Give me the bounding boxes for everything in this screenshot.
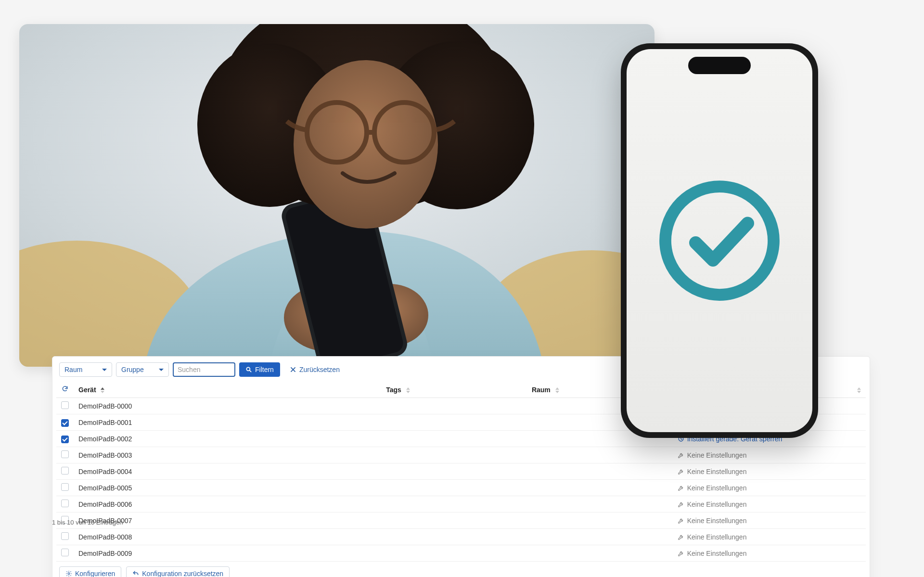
room-select[interactable]: Raum [59, 362, 112, 377]
cell-room [527, 480, 673, 496]
cell-tags [381, 463, 527, 480]
table-row[interactable]: DemoIPadB-0003Keine Einstellungen [56, 447, 866, 463]
phone-mockup [621, 43, 818, 438]
reset-button[interactable]: Zurücksetzen [284, 362, 346, 377]
cell-room [527, 463, 673, 480]
cell-settings: Keine Einstellungen [673, 545, 866, 562]
settings-text: Keine Einstellungen [687, 451, 747, 459]
wrench-icon [678, 468, 684, 475]
cell-settings: Keine Einstellungen [673, 513, 866, 529]
caret-down-icon [102, 369, 107, 371]
cell-room [527, 545, 673, 562]
room-select-label: Raum [64, 366, 82, 373]
row-checkbox[interactable] [61, 450, 69, 458]
wrench-icon [678, 452, 684, 459]
wrench-icon [678, 485, 684, 491]
cell-room [527, 529, 673, 545]
cell-tags [381, 398, 527, 414]
refresh-icon[interactable] [62, 385, 68, 392]
close-icon [290, 366, 296, 373]
phone-screen [627, 49, 812, 432]
cell-tags [381, 496, 527, 513]
row-checkbox[interactable] [61, 500, 69, 507]
cell-tags [381, 529, 527, 545]
row-checkbox[interactable] [61, 532, 69, 540]
wrench-icon [678, 501, 684, 508]
search-input[interactable] [173, 362, 235, 377]
caret-down-icon [159, 369, 164, 371]
wrench-icon [678, 550, 684, 557]
row-checkbox[interactable] [61, 401, 69, 409]
phone-notch [688, 57, 751, 74]
svg-point-18 [666, 187, 774, 295]
cell-settings: Keine Einstellungen [673, 529, 866, 545]
hero-photo [19, 24, 654, 367]
table-row[interactable]: DemoIPadB-0008Keine Einstellungen [56, 529, 866, 545]
sort-icon [555, 387, 559, 393]
footer-actions: Konfigurieren Konfiguration zurücksetzen [56, 562, 866, 577]
cell-device: DemoIPadB-0002 [74, 431, 381, 447]
cell-room [527, 496, 673, 513]
cell-device: DemoIPadB-0003 [74, 447, 381, 463]
cell-settings: Keine Einstellungen [673, 480, 866, 496]
settings-text: Keine Einstellungen [687, 500, 747, 508]
cell-tags [381, 431, 527, 447]
cell-settings: Keine Einstellungen [673, 447, 866, 463]
table-row[interactable]: DemoIPadB-0004Keine Einstellungen [56, 463, 866, 480]
reset-button-label: Zurücksetzen [299, 366, 340, 373]
cell-settings: Keine Einstellungen [673, 496, 866, 513]
cell-device: DemoIPadB-0004 [74, 463, 381, 480]
cell-device: DemoIPadB-0001 [74, 414, 381, 431]
cell-tags [381, 480, 527, 496]
filter-button[interactable]: Filtern [239, 362, 280, 377]
table-row[interactable]: DemoIPadB-0009Keine Einstellungen [56, 545, 866, 562]
wrench-icon [678, 534, 684, 540]
undo-icon [132, 570, 139, 577]
cell-device: DemoIPadB-0008 [74, 529, 381, 545]
row-checkbox[interactable] [61, 436, 69, 443]
settings-text: Keine Einstellungen [687, 484, 747, 492]
cell-device: DemoIPadB-0009 [74, 545, 381, 562]
cell-room [527, 447, 673, 463]
row-checkbox[interactable] [61, 467, 69, 474]
svg-point-17 [68, 573, 70, 575]
settings-text: Keine Einstellungen [687, 517, 747, 525]
cell-tags [381, 447, 527, 463]
reset-config-button-label: Konfiguration zurücksetzen [142, 570, 223, 577]
configure-button-label: Konfigurieren [75, 570, 115, 577]
gear-icon [65, 570, 72, 577]
cell-settings: Keine Einstellungen [673, 463, 866, 480]
filter-button-label: Filtern [255, 366, 274, 373]
table-row[interactable]: DemoIPadB-0005Keine Einstellungen [56, 480, 866, 496]
col-tags[interactable]: Tags [381, 382, 527, 398]
settings-text: Keine Einstellungen [687, 468, 747, 475]
configure-button[interactable]: Konfigurieren [59, 566, 121, 577]
cell-device: DemoIPadB-0005 [74, 480, 381, 496]
settings-text: Keine Einstellungen [687, 550, 747, 557]
reset-config-button[interactable]: Konfiguration zurücksetzen [126, 566, 230, 577]
pagination-info: 1 bis 10 von 10 Einträgen [52, 519, 123, 526]
sort-icon [101, 387, 104, 393]
row-checkbox[interactable] [61, 483, 69, 491]
wrench-icon [678, 517, 684, 524]
table-row[interactable]: DemoIPadB-0006Keine Einstellungen [56, 496, 866, 513]
checkmark-icon [654, 176, 784, 306]
cell-tags [381, 545, 527, 562]
search-icon [245, 366, 252, 373]
cell-tags [381, 513, 527, 529]
col-device[interactable]: Gerät [74, 382, 381, 398]
group-select[interactable]: Gruppe [116, 362, 169, 377]
sort-icon [406, 387, 410, 393]
sort-icon [857, 387, 861, 393]
cell-tags [381, 414, 527, 431]
row-checkbox[interactable] [61, 419, 69, 427]
table-row[interactable]: DemoIPadB-0007Keine Einstellungen [56, 513, 866, 529]
cell-device: DemoIPadB-0000 [74, 398, 381, 414]
settings-text: Keine Einstellungen [687, 533, 747, 541]
row-checkbox[interactable] [61, 549, 69, 556]
group-select-label: Gruppe [121, 366, 144, 373]
cell-device: DemoIPadB-0006 [74, 496, 381, 513]
cell-room [527, 513, 673, 529]
